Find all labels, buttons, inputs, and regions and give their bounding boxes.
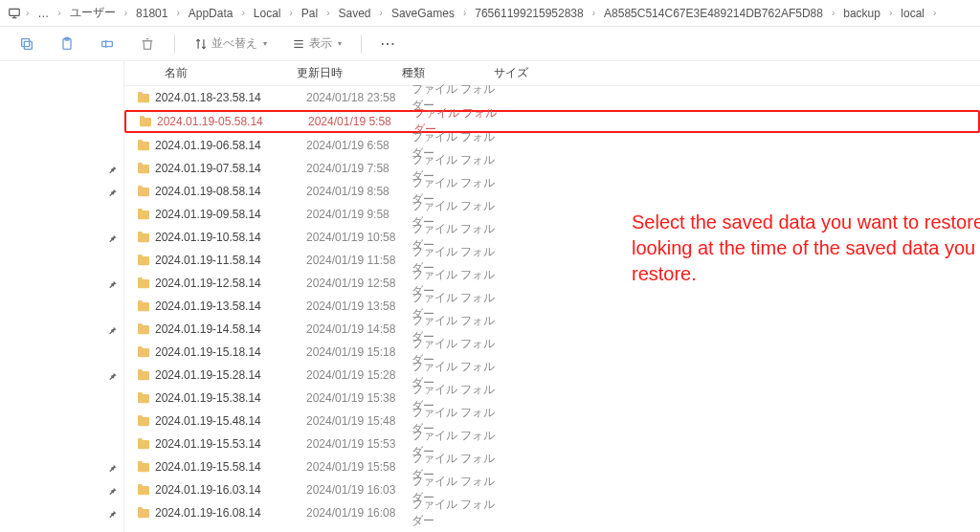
folder-type: ファイル フォルダー — [412, 497, 503, 529]
svg-rect-3 — [24, 41, 32, 49]
breadcrumb-item[interactable]: 76561199215952838 — [471, 5, 587, 22]
folder-name: 2024.01.19-10.58.14 — [155, 231, 306, 244]
paste-button[interactable] — [54, 33, 80, 55]
more-button[interactable]: ··· — [375, 33, 402, 55]
folder-row[interactable]: 2024.01.18-23.58.142024/01/18 23:58ファイル … — [124, 86, 980, 109]
folder-date: 2024/01/19 5:58 — [308, 115, 413, 128]
folder-icon — [136, 459, 155, 475]
folder-icon — [136, 413, 155, 429]
separator — [174, 34, 175, 54]
folder-icon — [138, 114, 157, 129]
folder-name: 2024.01.19-14.58.14 — [155, 322, 306, 336]
pin-icon — [107, 486, 118, 499]
sort-label: 並べ替え — [212, 35, 257, 52]
chevron-right-icon: › — [462, 8, 467, 18]
folder-date: 2024/01/19 15:28 — [306, 368, 412, 382]
copy-button[interactable] — [13, 33, 40, 55]
folder-name: 2024.01.18-23.58.14 — [155, 91, 306, 104]
folder-row[interactable]: 2024.01.19-15.48.142024/01/19 15:48ファイル … — [124, 410, 980, 432]
folder-date: 2024/01/19 16:08 — [306, 506, 412, 520]
folder-date: 2024/01/19 15:53 — [306, 437, 412, 451]
breadcrumb-item[interactable]: 81801 — [132, 5, 171, 22]
pin-icon — [107, 188, 118, 201]
breadcrumb-item[interactable]: Pal — [298, 5, 322, 22]
folder-row[interactable]: 2024.01.19-15.38.142024/01/19 15:38ファイル … — [124, 387, 980, 410]
breadcrumb-item[interactable]: A8585C514C67E3E489214DB762AF5D88 — [600, 5, 827, 22]
folder-icon — [136, 184, 155, 199]
folder-row[interactable]: 2024.01.19-14.58.142024/01/19 14:58ファイル … — [124, 318, 980, 341]
folder-icon — [136, 161, 155, 176]
nav-tree[interactable] — [0, 61, 124, 532]
folder-row[interactable]: 2024.01.19-06.58.142024/01/19 6:58ファイル フ… — [124, 134, 980, 157]
folder-row[interactable]: 2024.01.19-05.58.142024/01/19 5:58ファイル フ… — [124, 110, 980, 133]
col-size[interactable]: サイズ — [494, 65, 561, 81]
folder-row[interactable]: 2024.01.19-07.58.142024/01/19 7:58ファイル フ… — [124, 157, 980, 180]
chevron-right-icon: › — [325, 8, 330, 18]
folder-name: 2024.01.19-15.58.14 — [155, 460, 306, 474]
folder-name: 2024.01.19-12.58.14 — [155, 277, 306, 290]
chevron-right-icon: › — [240, 8, 245, 18]
breadcrumb-item[interactable]: AppData — [185, 5, 237, 22]
delete-button[interactable] — [134, 33, 161, 55]
folder-icon — [136, 90, 155, 105]
folder-name: 2024.01.19-13.58.14 — [155, 299, 306, 313]
folder-date: 2024/01/19 9:58 — [306, 208, 412, 221]
toolbar: 並べ替え ▾ 表示 ▾ ··· — [0, 27, 980, 61]
chevron-right-icon: › — [288, 8, 293, 18]
folder-icon — [136, 253, 155, 268]
breadcrumb-item[interactable]: ユーザー — [66, 3, 120, 23]
svg-rect-7 — [102, 41, 113, 46]
folder-row[interactable]: 2024.01.19-15.58.142024/01/19 15:58ファイル … — [124, 455, 980, 478]
main-pane: 名前 更新日時 種類 サイズ 2024.01.18-23.58.142024/0… — [0, 61, 980, 532]
breadcrumb-item[interactable]: local — [897, 5, 928, 22]
folder-row[interactable]: 2024.01.19-15.18.142024/01/19 15:18ファイル … — [124, 341, 980, 364]
chevron-right-icon: › — [591, 8, 596, 18]
view-button[interactable]: 表示 ▾ — [286, 32, 347, 55]
folder-name: 2024.01.19-07.58.14 — [155, 162, 306, 175]
view-label: 表示 — [309, 35, 332, 52]
folder-date: 2024/01/19 10:58 — [306, 231, 412, 244]
pin-icon — [107, 509, 118, 522]
col-type[interactable]: 種類 — [402, 65, 494, 81]
folder-row[interactable]: 2024.01.19-15.28.142024/01/19 15:28ファイル … — [124, 364, 980, 387]
separator — [361, 34, 362, 54]
folder-row[interactable]: 2024.01.19-08.58.142024/01/19 8:58ファイル フ… — [124, 180, 980, 203]
folder-name: 2024.01.19-08.58.14 — [155, 185, 306, 198]
folder-icon — [136, 230, 155, 245]
folder-row[interactable]: 2024.01.19-15.53.142024/01/19 15:53ファイル … — [124, 432, 980, 455]
breadcrumb-item[interactable]: backup — [839, 5, 884, 22]
breadcrumb-item[interactable]: Saved — [335, 5, 375, 22]
col-name[interactable]: 名前 — [124, 65, 297, 81]
sort-button[interactable]: 並べ替え ▾ — [189, 32, 273, 55]
rename-button[interactable] — [94, 33, 121, 55]
file-list: 名前 更新日時 種類 サイズ 2024.01.18-23.58.142024/0… — [124, 61, 980, 532]
folder-date: 2024/01/19 15:48 — [306, 414, 412, 428]
folder-date: 2024/01/19 6:58 — [306, 139, 412, 152]
folder-date: 2024/01/19 16:03 — [306, 483, 412, 497]
chevron-right-icon: › — [888, 8, 893, 18]
folder-row[interactable]: 2024.01.19-13.58.142024/01/19 13:58ファイル … — [124, 295, 980, 318]
pin-icon — [107, 233, 118, 247]
folder-icon — [136, 436, 155, 452]
svg-rect-0 — [10, 9, 20, 15]
breadcrumb-item[interactable]: Local — [250, 5, 285, 22]
folder-date: 2024/01/19 12:58 — [306, 277, 412, 290]
breadcrumb-ellipsis[interactable]: … — [33, 5, 53, 22]
folder-name: 2024.01.19-05.58.14 — [157, 115, 308, 128]
pc-icon — [8, 7, 21, 20]
breadcrumb-item[interactable]: SaveGames — [388, 5, 458, 22]
folder-date: 2024/01/19 8:58 — [306, 185, 412, 198]
folder-icon — [136, 482, 155, 498]
folder-name: 2024.01.19-15.38.14 — [155, 391, 306, 405]
folder-date: 2024/01/19 7:58 — [306, 162, 412, 175]
folder-row[interactable]: 2024.01.19-16.08.142024/01/19 16:08ファイル … — [124, 501, 980, 524]
pin-icon — [107, 325, 118, 339]
folder-icon — [136, 505, 155, 521]
folder-name: 2024.01.19-11.58.14 — [155, 254, 306, 267]
folder-name: 2024.01.19-16.03.14 — [155, 483, 306, 497]
folder-name: 2024.01.19-06.58.14 — [155, 139, 306, 152]
pin-icon — [107, 371, 118, 385]
folder-date: 2024/01/19 15:18 — [306, 345, 412, 359]
col-date[interactable]: 更新日時 — [297, 65, 402, 81]
folder-row[interactable]: 2024.01.19-16.03.142024/01/19 16:03ファイル … — [124, 478, 980, 501]
